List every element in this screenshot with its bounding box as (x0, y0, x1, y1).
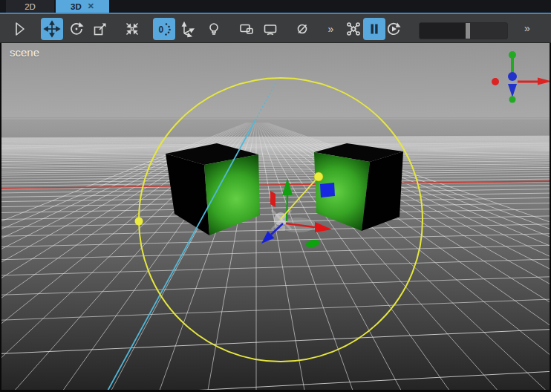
restart-button[interactable] (382, 18, 405, 40)
physics-joint-icon (345, 20, 362, 38)
more-tools-icon: » (328, 23, 333, 35)
toolbar-overflow-chevron-icon[interactable]: » (524, 22, 530, 34)
move-tool-button[interactable] (41, 18, 63, 40)
transform-axes-button[interactable] (176, 18, 198, 40)
tab-2d-label: 2D (25, 2, 36, 11)
rotate-tool-button[interactable] (65, 18, 88, 40)
transform-axes-icon (178, 20, 196, 38)
select-tool-icon (10, 20, 28, 38)
scale-tool-button[interactable] (89, 18, 111, 40)
toggle-visibility-icon (293, 20, 311, 38)
move-tool-icon (43, 20, 61, 38)
physics-joint-button[interactable] (342, 18, 365, 40)
tab-3d-label: 3D (71, 2, 82, 11)
scene-canvas[interactable] (1, 43, 550, 390)
screen-view-icon (261, 20, 279, 38)
toggle-visibility-button[interactable] (291, 18, 313, 40)
orientation-y-negative[interactable] (509, 97, 516, 103)
svg-text:0: 0 (159, 24, 164, 35)
scene-label: scene (10, 46, 39, 59)
sky (1, 43, 550, 119)
editor-window: 2D 3D ✕ » 0 (0, 0, 551, 392)
tab-3d[interactable]: 3D ✕ (56, 0, 109, 13)
slider-handle[interactable] (466, 23, 470, 39)
snap-origin-icon: 0 (155, 20, 173, 38)
center-selection-button[interactable] (121, 18, 143, 40)
center-selection-icon (123, 20, 141, 38)
radius-handle-left[interactable] (135, 218, 143, 226)
camera-view-button[interactable] (235, 18, 258, 40)
select-tool-button[interactable] (8, 18, 30, 40)
camera-view-icon (238, 20, 255, 38)
scale-tool-icon (91, 20, 109, 38)
tab-close-icon[interactable]: ✕ (88, 2, 94, 10)
add-light-icon (205, 20, 223, 38)
snap-origin-button[interactable]: 0 (153, 18, 175, 40)
blue-quad-handle[interactable] (320, 183, 335, 197)
restart-icon (385, 20, 402, 38)
screen-view-button[interactable] (259, 18, 281, 40)
orientation-x-negative[interactable] (492, 78, 499, 85)
pause-icon (365, 20, 383, 38)
playback-slider[interactable] (419, 22, 508, 39)
rotate-tool-icon (68, 20, 85, 38)
gizmo-y-axis[interactable] (287, 195, 287, 221)
orientation-center[interactable] (508, 72, 517, 81)
horizon-haze (1, 117, 550, 148)
more-tools-button[interactable]: » (319, 18, 342, 40)
viewport-3d[interactable]: scene (1, 43, 550, 390)
tab-2d[interactable]: 2D (6, 0, 54, 13)
tab-bar: 2D 3D ✕ (0, 0, 551, 14)
orientation-y-positive[interactable] (509, 51, 516, 59)
toolbar: » 0 » (0, 14, 551, 43)
add-light-button[interactable] (203, 18, 225, 40)
